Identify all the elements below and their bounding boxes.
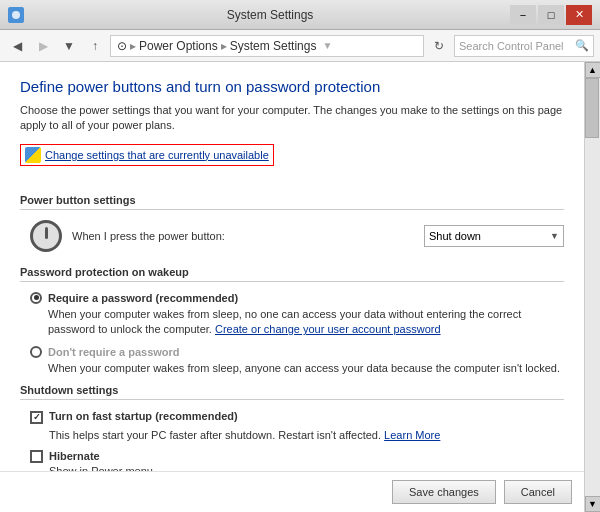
hibernate-label: Hibernate [49, 450, 100, 462]
close-button[interactable]: ✕ [566, 5, 592, 25]
no-password-desc: When your computer wakes from sleep, any… [30, 361, 564, 376]
search-icon: 🔍 [575, 39, 589, 52]
hibernate-row: Hibernate [20, 449, 564, 463]
require-password-option: Require a password (recommended) When yo… [20, 292, 564, 338]
change-settings-link[interactable]: Change settings that are currently unava… [20, 144, 274, 166]
address-dropdown-arrow: ▼ [322, 40, 332, 51]
recent-button[interactable]: ▼ [58, 35, 80, 57]
shutdown-section: Shutdown settings ✓ Turn on fast startup… [20, 384, 564, 477]
up-button[interactable]: ↑ [84, 35, 106, 57]
forward-button[interactable]: ▶ [32, 35, 54, 57]
main-area: Define power buttons and turn on passwor… [0, 62, 600, 512]
shield-icon [25, 147, 41, 163]
fast-startup-label: Turn on fast startup (recommended) [49, 410, 238, 422]
breadcrumb-system-settings[interactable]: System Settings [230, 39, 317, 53]
require-password-desc: When your computer wakes from sleep, no … [30, 307, 564, 338]
scroll-thumb[interactable] [585, 78, 599, 138]
no-password-option: Don't require a password When your compu… [20, 346, 564, 376]
power-icon [30, 220, 62, 252]
fast-startup-desc: This helps start your PC faster after sh… [20, 428, 564, 443]
maximize-button[interactable]: □ [538, 5, 564, 25]
window-title: System Settings [30, 8, 510, 22]
shutdown-section-header: Shutdown settings [20, 384, 564, 400]
no-password-radio[interactable] [30, 346, 42, 358]
cancel-button[interactable]: Cancel [504, 480, 572, 504]
page-title: Define power buttons and turn on passwor… [20, 78, 564, 95]
scroll-up-button[interactable]: ▲ [585, 62, 601, 78]
save-changes-button[interactable]: Save changes [392, 480, 496, 504]
create-password-link[interactable]: Create or change your user account passw… [215, 323, 441, 335]
require-password-label: Require a password (recommended) [48, 292, 238, 304]
hibernate-checkbox[interactable] [30, 450, 43, 463]
fast-startup-row: ✓ Turn on fast startup (recommended) [20, 410, 564, 424]
scroll-down-button[interactable]: ▼ [585, 496, 601, 512]
power-action-dropdown[interactable]: Shut down ▼ [424, 225, 564, 247]
fast-startup-checkbox[interactable]: ✓ [30, 411, 43, 424]
back-button[interactable]: ◀ [6, 35, 28, 57]
require-password-radio[interactable] [30, 292, 42, 304]
title-bar: System Settings − □ ✕ [0, 0, 600, 30]
no-password-label: Don't require a password [48, 346, 180, 358]
window-controls: − □ ✕ [510, 5, 592, 25]
footer: Save changes Cancel [0, 471, 584, 512]
search-placeholder: Search Control Panel [459, 40, 575, 52]
search-box[interactable]: Search Control Panel 🔍 [454, 35, 594, 57]
password-protection-section-header: Password protection on wakeup [20, 266, 564, 282]
address-path[interactable]: ⊙ ▸ Power Options ▸ System Settings ▼ [110, 35, 424, 57]
power-button-row: When I press the power button: Shut down… [20, 220, 564, 252]
refresh-button[interactable]: ↻ [428, 35, 450, 57]
power-button-label: When I press the power button: [72, 230, 414, 242]
power-action-value: Shut down [429, 230, 481, 242]
content-area: Define power buttons and turn on passwor… [0, 62, 584, 512]
learn-more-link[interactable]: Learn More [384, 429, 440, 441]
change-settings-container: Change settings that are currently unava… [20, 144, 564, 180]
svg-point-0 [12, 11, 20, 19]
power-button-section-header: Power button settings [20, 194, 564, 210]
scroll-track[interactable] [585, 78, 600, 496]
address-bar: ◀ ▶ ▼ ↑ ⊙ ▸ Power Options ▸ System Setti… [0, 30, 600, 62]
app-icon [8, 7, 24, 23]
minimize-button[interactable]: − [510, 5, 536, 25]
breadcrumb-home: ⊙ [117, 39, 127, 53]
page-description: Choose the power settings that you want … [20, 103, 564, 134]
dropdown-arrow-icon: ▼ [550, 231, 559, 241]
scrollbar: ▲ ▼ [584, 62, 600, 512]
breadcrumb-power-options[interactable]: Power Options [139, 39, 218, 53]
